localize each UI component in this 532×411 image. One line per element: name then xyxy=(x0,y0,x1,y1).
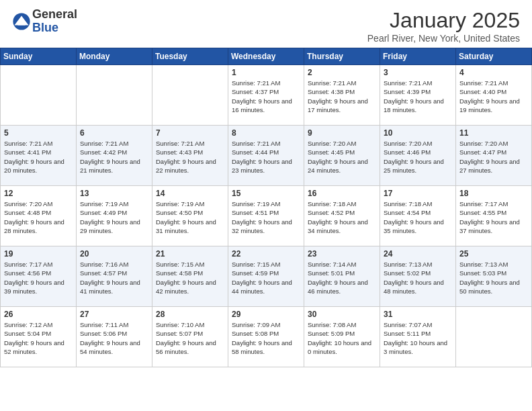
week-row-3: 12Sunrise: 7:20 AM Sunset: 4:48 PM Dayli… xyxy=(1,186,532,246)
day-cell-23: 23Sunrise: 7:14 AM Sunset: 5:01 PM Dayli… xyxy=(304,246,380,307)
day-info: Sunrise: 7:08 AM Sunset: 5:09 PM Dayligh… xyxy=(308,320,376,356)
day-cell-8: 8Sunrise: 7:21 AM Sunset: 4:44 PM Daylig… xyxy=(228,126,304,186)
week-row-4: 19Sunrise: 7:17 AM Sunset: 4:56 PM Dayli… xyxy=(1,246,532,307)
day-cell-30: 30Sunrise: 7:08 AM Sunset: 5:09 PM Dayli… xyxy=(304,307,380,367)
day-number: 6 xyxy=(80,128,148,138)
col-header-wednesday: Wednesday xyxy=(228,48,304,65)
day-info: Sunrise: 7:16 AM Sunset: 4:57 PM Dayligh… xyxy=(80,260,148,295)
page: General Blue January 2025 Pearl River, N… xyxy=(0,0,532,411)
day-number: 21 xyxy=(156,249,224,259)
day-info: Sunrise: 7:20 AM Sunset: 4:48 PM Dayligh… xyxy=(4,199,73,235)
day-number: 29 xyxy=(232,310,300,319)
day-cell-7: 7Sunrise: 7:21 AM Sunset: 4:43 PM Daylig… xyxy=(152,126,228,186)
day-number: 20 xyxy=(80,249,148,259)
day-cell-21: 21Sunrise: 7:15 AM Sunset: 4:58 PM Dayli… xyxy=(152,246,228,307)
day-info: Sunrise: 7:21 AM Sunset: 4:40 PM Dayligh… xyxy=(459,79,528,114)
day-number: 30 xyxy=(308,310,376,319)
empty-cell xyxy=(1,65,77,126)
day-number: 28 xyxy=(156,310,224,319)
day-info: Sunrise: 7:19 AM Sunset: 4:51 PM Dayligh… xyxy=(232,199,300,235)
day-cell-9: 9Sunrise: 7:20 AM Sunset: 4:45 PM Daylig… xyxy=(304,126,380,186)
week-row-5: 26Sunrise: 7:12 AM Sunset: 5:04 PM Dayli… xyxy=(1,307,532,367)
day-number: 14 xyxy=(156,189,224,198)
day-cell-26: 26Sunrise: 7:12 AM Sunset: 5:04 PM Dayli… xyxy=(1,307,77,367)
day-cell-11: 11Sunrise: 7:20 AM Sunset: 4:47 PM Dayli… xyxy=(456,126,532,186)
day-number: 16 xyxy=(308,189,376,198)
day-info: Sunrise: 7:15 AM Sunset: 4:58 PM Dayligh… xyxy=(156,260,224,295)
day-cell-31: 31Sunrise: 7:07 AM Sunset: 5:11 PM Dayli… xyxy=(380,307,456,367)
day-number: 3 xyxy=(384,68,452,77)
day-info: Sunrise: 7:20 AM Sunset: 4:46 PM Dayligh… xyxy=(384,139,452,175)
day-cell-22: 22Sunrise: 7:15 AM Sunset: 4:59 PM Dayli… xyxy=(228,246,304,307)
day-cell-19: 19Sunrise: 7:17 AM Sunset: 4:56 PM Dayli… xyxy=(1,246,77,307)
day-info: Sunrise: 7:13 AM Sunset: 5:02 PM Dayligh… xyxy=(384,260,452,295)
day-number: 19 xyxy=(4,249,73,259)
title-month: January 2025 xyxy=(367,8,520,33)
day-cell-6: 6Sunrise: 7:21 AM Sunset: 4:42 PM Daylig… xyxy=(77,126,152,186)
week-row-2: 5Sunrise: 7:21 AM Sunset: 4:41 PM Daylig… xyxy=(1,126,532,186)
day-cell-14: 14Sunrise: 7:19 AM Sunset: 4:50 PM Dayli… xyxy=(152,186,228,246)
day-cell-24: 24Sunrise: 7:13 AM Sunset: 5:02 PM Dayli… xyxy=(380,246,456,307)
day-cell-28: 28Sunrise: 7:10 AM Sunset: 5:07 PM Dayli… xyxy=(152,307,228,367)
day-info: Sunrise: 7:21 AM Sunset: 4:41 PM Dayligh… xyxy=(4,139,73,175)
day-cell-17: 17Sunrise: 7:18 AM Sunset: 4:54 PM Dayli… xyxy=(380,186,456,246)
header-row: SundayMondayTuesdayWednesdayThursdayFrid… xyxy=(1,48,532,65)
day-number: 18 xyxy=(459,189,528,198)
empty-cell xyxy=(456,307,532,367)
logo-text: General Blue xyxy=(32,8,77,35)
empty-cell xyxy=(152,65,228,126)
day-number: 24 xyxy=(384,249,452,259)
col-header-saturday: Saturday xyxy=(456,48,532,65)
col-header-tuesday: Tuesday xyxy=(152,48,228,65)
day-cell-29: 29Sunrise: 7:09 AM Sunset: 5:08 PM Dayli… xyxy=(228,307,304,367)
day-info: Sunrise: 7:17 AM Sunset: 4:56 PM Dayligh… xyxy=(4,260,73,295)
logo: General Blue xyxy=(12,8,77,35)
day-number: 2 xyxy=(308,68,376,77)
day-cell-25: 25Sunrise: 7:13 AM Sunset: 5:03 PM Dayli… xyxy=(456,246,532,307)
day-info: Sunrise: 7:19 AM Sunset: 4:49 PM Dayligh… xyxy=(80,199,148,235)
col-header-thursday: Thursday xyxy=(304,48,380,65)
col-header-sunday: Sunday xyxy=(1,48,77,65)
day-info: Sunrise: 7:18 AM Sunset: 4:54 PM Dayligh… xyxy=(384,199,452,235)
day-number: 26 xyxy=(4,310,73,319)
logo-icon xyxy=(12,12,31,31)
day-cell-16: 16Sunrise: 7:18 AM Sunset: 4:52 PM Dayli… xyxy=(304,186,380,246)
day-number: 15 xyxy=(232,189,300,198)
day-cell-12: 12Sunrise: 7:20 AM Sunset: 4:48 PM Dayli… xyxy=(1,186,77,246)
day-info: Sunrise: 7:12 AM Sunset: 5:04 PM Dayligh… xyxy=(4,320,73,356)
svg-rect-2 xyxy=(17,24,25,26)
title-location: Pearl River, New York, United States xyxy=(367,33,520,44)
day-info: Sunrise: 7:17 AM Sunset: 4:55 PM Dayligh… xyxy=(459,199,528,235)
day-number: 4 xyxy=(459,68,528,77)
day-info: Sunrise: 7:21 AM Sunset: 4:39 PM Dayligh… xyxy=(384,79,452,114)
day-number: 22 xyxy=(232,249,300,259)
day-number: 25 xyxy=(459,249,528,259)
day-number: 17 xyxy=(384,189,452,198)
day-cell-4: 4Sunrise: 7:21 AM Sunset: 4:40 PM Daylig… xyxy=(456,65,532,126)
day-number: 27 xyxy=(80,310,148,319)
day-cell-27: 27Sunrise: 7:11 AM Sunset: 5:06 PM Dayli… xyxy=(77,307,152,367)
col-header-monday: Monday xyxy=(77,48,152,65)
day-info: Sunrise: 7:18 AM Sunset: 4:52 PM Dayligh… xyxy=(308,199,376,235)
day-info: Sunrise: 7:07 AM Sunset: 5:11 PM Dayligh… xyxy=(384,320,452,356)
day-number: 9 xyxy=(308,128,376,138)
day-number: 1 xyxy=(232,68,300,77)
day-info: Sunrise: 7:20 AM Sunset: 4:45 PM Dayligh… xyxy=(308,139,376,175)
logo-blue: Blue xyxy=(32,21,77,35)
day-cell-2: 2Sunrise: 7:21 AM Sunset: 4:38 PM Daylig… xyxy=(304,65,380,126)
calendar-table: SundayMondayTuesdayWednesdayThursdayFrid… xyxy=(0,48,532,367)
day-number: 5 xyxy=(4,128,73,138)
day-number: 7 xyxy=(156,128,224,138)
day-cell-20: 20Sunrise: 7:16 AM Sunset: 4:57 PM Dayli… xyxy=(77,246,152,307)
header: General Blue January 2025 Pearl River, N… xyxy=(0,0,532,48)
day-info: Sunrise: 7:21 AM Sunset: 4:42 PM Dayligh… xyxy=(80,139,148,175)
day-info: Sunrise: 7:15 AM Sunset: 4:59 PM Dayligh… xyxy=(232,260,300,295)
day-number: 23 xyxy=(308,249,376,259)
day-info: Sunrise: 7:11 AM Sunset: 5:06 PM Dayligh… xyxy=(80,320,148,356)
empty-cell xyxy=(77,65,152,126)
day-number: 8 xyxy=(232,128,300,138)
day-number: 10 xyxy=(384,128,452,138)
day-cell-10: 10Sunrise: 7:20 AM Sunset: 4:46 PM Dayli… xyxy=(380,126,456,186)
day-number: 31 xyxy=(384,310,452,319)
day-info: Sunrise: 7:21 AM Sunset: 4:37 PM Dayligh… xyxy=(232,79,300,114)
